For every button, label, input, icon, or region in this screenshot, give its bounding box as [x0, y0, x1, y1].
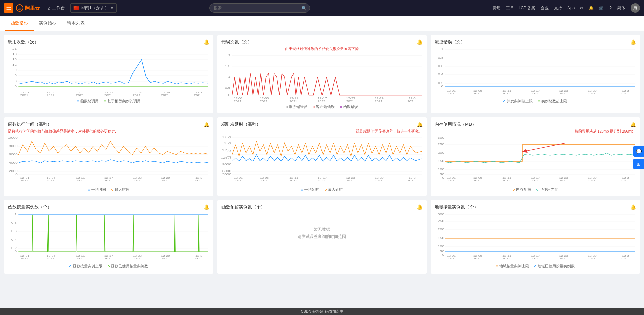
chart-exec-title: 函数执行时间（毫秒）	[8, 121, 52, 127]
bell-icon-regional[interactable]: 🔔	[630, 204, 636, 210]
tab-request-list[interactable]: 请求列表	[62, 16, 90, 31]
legend-avg-time: 平均时间	[88, 187, 106, 192]
svg-text:202: 202	[407, 100, 413, 102]
svg-line-148	[525, 143, 566, 151]
workbench-link[interactable]: ⌂ 工作台	[45, 5, 68, 11]
nav-app[interactable]: App	[567, 6, 575, 10]
bell-icon-memory[interactable]: 🔔	[630, 122, 636, 127]
svg-text:202: 202	[194, 257, 200, 260]
svg-text:0: 0	[442, 176, 444, 179]
legend-color-avg-lat	[301, 189, 303, 191]
chart-errors-header: 错误次数（次） 🔔	[221, 39, 423, 45]
lang-switcher[interactable]: 简体	[617, 5, 625, 11]
floating-buttons: 💬 ⊞	[633, 146, 644, 169]
svg-text:202: 202	[621, 257, 626, 260]
svg-text:1.8万: 1.8万	[222, 135, 231, 138]
chart-exec-body: 10000 8000 6000 4000 2000 0	[8, 135, 209, 185]
svg-text:2021: 2021	[234, 179, 241, 181]
legend-color-od-used	[108, 265, 110, 267]
bell-icon-reserved[interactable]: 🔔	[417, 204, 423, 210]
legend-avg-latency: 平均延时	[301, 187, 319, 192]
svg-text:6000: 6000	[222, 169, 231, 172]
legend-color-avg	[88, 189, 90, 191]
svg-text:3: 3	[15, 79, 17, 82]
help-icon[interactable]: ?	[609, 6, 612, 10]
svg-text:2021: 2021	[473, 92, 481, 95]
grid-float-button[interactable]: ⊞	[633, 159, 644, 169]
chart-invocations-title: 调用次数（次）	[8, 39, 39, 45]
chart-errors-body: 2 1.5 1 0.5 0 12-01 2021 12-05 2	[221, 52, 423, 102]
legend-label-client: 客户端错误	[316, 104, 335, 109]
avatar[interactable]: 用	[631, 3, 640, 13]
svg-text:2021: 2021	[161, 94, 169, 97]
svg-text:202: 202	[194, 94, 200, 97]
bottom-text: CSDN @邓超-码农加点中	[301, 309, 343, 313]
chart-reserved-header: 函数预留实例数（个） 🔔	[221, 204, 423, 210]
svg-text:9: 9	[15, 68, 17, 71]
svg-text:2021: 2021	[104, 179, 112, 181]
svg-text:200: 200	[438, 151, 444, 154]
svg-text:12: 12	[12, 63, 17, 66]
bell-icon-e2e[interactable]: 🔔	[417, 122, 423, 127]
svg-text:0.8: 0.8	[11, 221, 17, 224]
legend-label-func-err: 函数错误	[343, 104, 358, 109]
legend-total-calls: 函数总调用	[77, 99, 99, 104]
svg-text:2021: 2021	[473, 257, 481, 260]
svg-text:2021: 2021	[133, 257, 141, 260]
tab-instance-metrics[interactable]: 实例指标	[34, 16, 62, 31]
svg-text:2021: 2021	[47, 179, 54, 181]
nav-fees[interactable]: 费用	[493, 5, 501, 11]
bell-icon-throttle[interactable]: 🔔	[630, 39, 636, 45]
legend-label-quota: 内存配额	[516, 187, 531, 192]
legend-label-reg-used: 地域已使用按量实例数	[538, 264, 575, 269]
svg-text:2021: 2021	[260, 100, 267, 102]
svg-text:50: 50	[440, 250, 444, 253]
legend-regional-limit: 地域按量实例上限	[496, 264, 529, 269]
chart-errors-title: 错误次数（次）	[221, 39, 252, 45]
search-input[interactable]	[209, 3, 310, 13]
svg-text:3000: 3000	[222, 173, 231, 176]
flag-icon: 🇨🇳	[73, 5, 79, 11]
legend-label-total-limit: 实例总数超上限	[541, 99, 567, 104]
chat-float-button[interactable]: 💬	[633, 146, 644, 157]
logo-text: 阿里云	[25, 5, 40, 11]
legend-server-error: 服务端错误	[286, 104, 307, 109]
no-data-subtitle: 请尝试调整查询的时间范围	[298, 234, 346, 240]
legend-color-green2	[538, 100, 540, 102]
region-selector[interactable]: 🇨🇳 华南1（深圳） ▼	[70, 3, 117, 13]
bell-icon-invocations[interactable]: 🔔	[204, 39, 209, 45]
svg-text:2021: 2021	[234, 100, 241, 102]
nav-support[interactable]: 支持	[554, 5, 562, 11]
svg-text:2021: 2021	[447, 92, 455, 95]
bell-icon[interactable]: 🔔	[589, 6, 594, 10]
cart-icon[interactable]: 🛒	[599, 6, 604, 10]
legend-color-green	[104, 100, 106, 102]
nav-enterprise[interactable]: 企业	[541, 5, 549, 11]
legend-mem-used: 已使用内存	[536, 187, 558, 192]
bell-icon-errors[interactable]: 🔔	[417, 39, 423, 45]
bell-icon-exec[interactable]: 🔔	[204, 122, 209, 127]
svg-text:1.75万: 1.75万	[221, 141, 231, 144]
svg-text:0.8: 0.8	[438, 56, 444, 59]
no-data-area: 暂无数据 请尝试调整查询的时间范围	[221, 211, 423, 255]
svg-text:2021: 2021	[260, 179, 267, 181]
svg-text:2021: 2021	[473, 179, 481, 181]
tab-function-metrics[interactable]: 函数指标	[5, 16, 34, 31]
email-icon[interactable]: ✉	[580, 6, 583, 10]
legend-client-error: 客户端错误	[313, 104, 335, 109]
svg-text:2021: 2021	[317, 179, 325, 181]
nav-ticket[interactable]: 工单	[506, 5, 514, 11]
bell-icon-on-demand[interactable]: 🔔	[204, 204, 209, 210]
svg-text:2021: 2021	[20, 94, 28, 97]
svg-text:0.4: 0.4	[11, 238, 17, 241]
navbar-right: 费用 工单 ICP 备案 企业 支持 App ✉ 🔔 🛒 ? 简体 用	[493, 3, 640, 13]
legend-color-red	[313, 106, 315, 108]
svg-text:150: 150	[438, 236, 444, 239]
menu-icon[interactable]: ☰	[4, 3, 13, 13]
svg-text:100: 100	[438, 168, 444, 171]
chart-regional-body: 300 250 200 150 100 50 0	[435, 211, 636, 262]
nav-icp[interactable]: ICP 备案	[519, 5, 535, 11]
svg-text:2021: 2021	[531, 179, 539, 181]
svg-text:2021: 2021	[289, 179, 297, 181]
legend-color-used	[536, 189, 538, 191]
